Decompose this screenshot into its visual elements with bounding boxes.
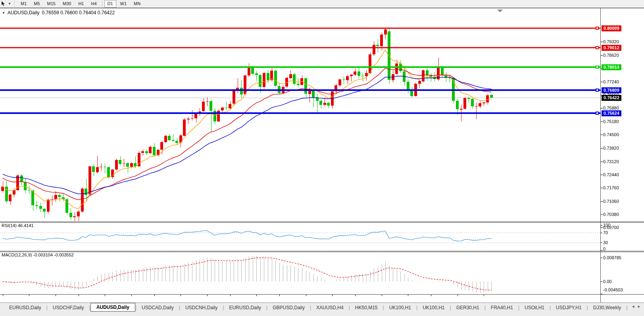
chart-tab-gbpusd-daily[interactable]: GBPUSD,Daily <box>267 304 310 312</box>
chart-title-collapse-icon[interactable]: ▼ <box>2 11 5 15</box>
price-axis-tick: 0.74500 <box>603 132 619 137</box>
chart-tab-audusd-daily[interactable]: AUDUSD,Daily <box>90 303 135 312</box>
chart-tabs: EURUSD,Daily|USDCHF,Daily|AUDUSD,Daily|U… <box>0 303 630 312</box>
rsi-axis-tick: 100 <box>603 223 610 227</box>
level-price-badge: 0.78014 <box>602 64 621 70</box>
price-axis-tick: 0.79320 <box>603 39 619 44</box>
timeframe-button-W1[interactable]: W1 <box>117 0 130 8</box>
chart-tab-bar: EURUSD,Daily|USDCHF,Daily|AUDUSD,Daily|U… <box>0 303 644 316</box>
chart-tab-usdchf-daily[interactable]: USDCHF,Daily <box>48 304 89 312</box>
price-axis-tick: 0.73820 <box>603 146 619 150</box>
rsi-indicator-label: RSI(14) 46.4141 <box>2 223 34 228</box>
chart-tab-eurusd-daily[interactable]: EURUSD,Daily <box>224 304 266 312</box>
timeframe-button-H4[interactable]: H4 <box>88 0 100 8</box>
cursor-tool-dropdown-icon[interactable]: ▼ <box>7 2 12 6</box>
tab-scroll-left-icon[interactable]: ◄ <box>631 304 635 308</box>
chart-canvas[interactable] <box>0 8 644 303</box>
timeframe-button-D1[interactable]: D1 <box>104 0 116 8</box>
rsi-axis-tick: 0 <box>603 247 606 251</box>
chart-area: ▼ AUDUSD,Daily 0.76559 0.76600 0.76404 0… <box>0 8 644 303</box>
timeframe-button-MN[interactable]: MN <box>131 0 144 8</box>
chart-symbol-label: AUDUSD,Daily <box>8 10 40 15</box>
toolbar-grip <box>13 1 15 7</box>
chart-tab-uk100-h1[interactable]: UK100,H1 <box>417 304 450 312</box>
price-axis-tick: 0.78620 <box>603 53 619 58</box>
macd-axis-tick: 0.008785 <box>603 255 621 260</box>
chart-tab-uk100-h1[interactable]: UK100,H1 <box>384 304 416 312</box>
current-price-badge: 0.76422 <box>602 95 621 101</box>
macd-indicator-label: MACD(12,26,9) -0.003104 -0.003552 <box>2 252 74 257</box>
cursor-tool-icon[interactable] <box>0 0 7 8</box>
timeframe-button-M1[interactable]: M1 <box>17 0 30 8</box>
price-axis-tick: 0.71060 <box>603 199 619 204</box>
chart-tab-xauusd-h4[interactable]: XAUUSD,H4 <box>311 304 349 312</box>
macd-axis-tick: 0.00 <box>603 279 611 284</box>
rsi-axis-tick: 30 <box>603 240 608 245</box>
chart-tab-usoil-h1[interactable]: USOil,H1 <box>519 304 550 312</box>
tab-scroll-controls: ◄ ► <box>630 303 644 308</box>
chart-tab-ger30-h1[interactable]: GER30,H1 <box>451 304 484 312</box>
timeframe-button-M30[interactable]: M30 <box>60 0 74 8</box>
price-axis-tick: 0.72440 <box>603 172 619 177</box>
timeframe-button-M15[interactable]: M15 <box>44 0 59 8</box>
chart-tab-eurusd-daily[interactable]: EURUSD,Daily <box>4 304 46 312</box>
macd-axis-tick: -0.004503 <box>603 287 623 292</box>
chart-tab-dj30-weekly[interactable]: DJ30,Weekly <box>588 304 626 312</box>
level-price-badge: 0.79012 <box>602 45 621 51</box>
level-price-badge: 0.76809 <box>602 87 621 93</box>
trading-platform-window: ▼ M1M5M15M30H1H4 D1W1MN ▼ AUDUSD,Daily 0… <box>0 0 644 316</box>
timeframe-button-M5[interactable]: M5 <box>31 0 43 8</box>
timeframe-toolbar: ▼ M1M5M15M30H1H4 D1W1MN <box>0 0 644 8</box>
chart-title: ▼ AUDUSD,Daily 0.76559 0.76600 0.76404 0… <box>2 10 115 15</box>
toolbar-separator <box>102 1 102 7</box>
chart-tab-fra40-h1[interactable]: FRA40,H1 <box>486 304 518 312</box>
price-axis-tick: 0.73120 <box>603 159 619 164</box>
chart-quote-values: 0.76559 0.76600 0.76404 0.76422 <box>42 10 115 15</box>
price-axis-tick: 0.75180 <box>603 119 619 124</box>
chart-tab-hk50-m15[interactable]: HK50,M15 <box>350 304 383 312</box>
price-axis-tick: 0.71760 <box>603 185 619 190</box>
chart-tab-usdjpy-h1[interactable]: USDJPY,H1 <box>551 304 586 312</box>
chart-tab-usdcad-daily[interactable]: USDCAD,Daily <box>136 304 179 312</box>
level-price-badge: 0.80009 <box>602 25 621 31</box>
price-axis-tick: 0.75880 <box>603 106 619 110</box>
price-axis-tick: 0.70380 <box>603 212 619 217</box>
price-axis-tick: 0.77240 <box>603 79 619 84</box>
chart-tab-usdcnh-daily[interactable]: USDCNH,Daily <box>180 304 223 312</box>
level-price-badge: 0.75624 <box>602 110 621 116</box>
timeframe-button-H1[interactable]: H1 <box>75 0 87 8</box>
rsi-axis-tick: 70 <box>603 230 608 235</box>
tab-scroll-right-icon[interactable]: ► <box>637 304 641 308</box>
